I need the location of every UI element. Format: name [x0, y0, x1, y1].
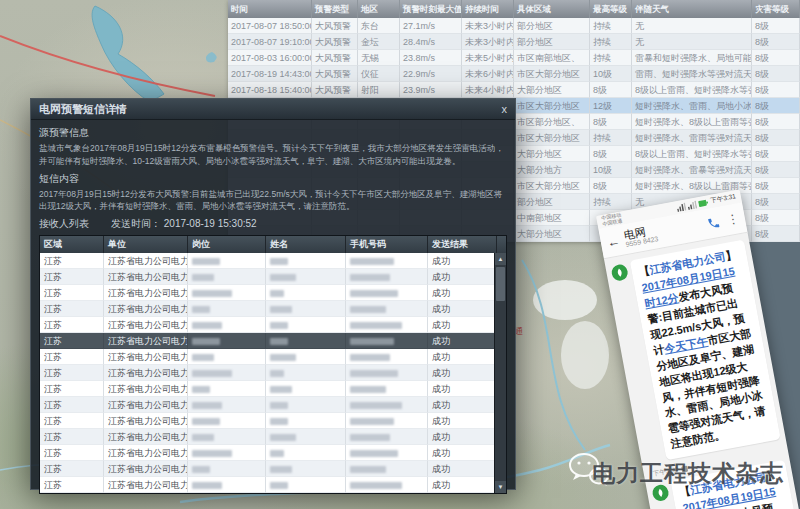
warning-cell: 中南部地区	[514, 210, 590, 226]
redacted-text	[192, 450, 232, 457]
sms-detail-dialog: 电网预警短信详情 x 源预警信息 盐城市气象台2017年08月19日15时12分…	[30, 98, 516, 490]
warning-cell: 大部分地方	[514, 162, 590, 178]
warning-cell: 市区大部分地区	[514, 98, 590, 114]
send-time: 发送时间： 2017-08-19 15:30:52	[111, 217, 257, 231]
recipient-row[interactable]: 江苏江苏省电力公司电力科成功	[40, 429, 506, 445]
recipient-row[interactable]: 江苏江苏省电力公司电力科成功	[40, 413, 506, 429]
recipients-table-body: 江苏江苏省电力公司电力科成功江苏江苏省电力公司电力科成功江苏江苏省电力公司电力科…	[40, 253, 506, 493]
redacted-text	[270, 402, 288, 409]
recipient-cell: 江苏省电力公司电力科	[104, 477, 188, 493]
warning-cell: 未来3小时内	[462, 34, 514, 50]
recipient-cell	[188, 461, 266, 477]
recipient-cell	[188, 285, 266, 301]
leaf-icon	[614, 267, 626, 279]
warning-cell: 持续	[590, 50, 632, 66]
redacted-text	[192, 482, 222, 489]
warning-cell: 射阳	[358, 82, 400, 98]
recipient-cell	[188, 477, 266, 493]
warning-table-row[interactable]: 2017-08-07 18:50:00大风预警东台27.1m/s未来3小时内部分…	[228, 18, 800, 34]
warning-cell: 8级	[752, 50, 800, 66]
scrollbar-thumb[interactable]	[496, 267, 505, 301]
recipient-cell	[188, 413, 266, 429]
recipient-row[interactable]: 江苏江苏省电力公司电力科成功	[40, 381, 506, 397]
warning-cell: 大风预警	[312, 18, 358, 34]
warning-cell: 持续	[590, 130, 632, 146]
warning-column-header: 预警类型	[312, 0, 358, 18]
recipient-row[interactable]: 江苏江苏省电力公司电力科成功	[40, 333, 506, 349]
scroll-down-icon[interactable]: ▼	[495, 481, 506, 493]
warning-cell: 大风预警	[312, 34, 358, 50]
recipient-row[interactable]: 江苏江苏省电力公司电力科成功	[40, 301, 506, 317]
recipient-cell: 成功	[428, 477, 497, 493]
recipient-cell: 江苏省电力公司电力科	[104, 445, 188, 461]
recipient-cell	[346, 381, 428, 397]
recipient-cell: 江苏	[40, 365, 104, 381]
recipient-cell: 江苏	[40, 349, 104, 365]
recipient-row[interactable]: 江苏江苏省电力公司电力科成功	[40, 317, 506, 333]
warning-cell: 大风预警	[312, 50, 358, 66]
warning-table-row[interactable]: 2017-08-18 15:40:00大风预警射阳23.9m/s未来4小时内大部…	[228, 82, 800, 98]
call-icon	[706, 215, 721, 230]
recipient-row[interactable]: 江苏江苏省电力公司电力科成功	[40, 397, 506, 413]
warning-cell: 27.1m/s	[400, 18, 462, 34]
recipient-row[interactable]: 江苏江苏省电力公司电力科成功	[40, 253, 506, 269]
recipient-cell	[188, 269, 266, 285]
menu-dots-icon: ⋮	[726, 211, 740, 227]
redacted-text	[270, 338, 288, 345]
recipient-cell: 成功	[428, 381, 497, 397]
recipient-cell: 江苏省电力公司电力科	[104, 365, 188, 381]
scroll-up-icon[interactable]: ▲	[495, 253, 506, 265]
warning-cell: 8级以上雷雨、短时强降水等强	[632, 146, 752, 162]
recipient-cell	[188, 397, 266, 413]
recipient-cell: 江苏省电力公司电力科	[104, 381, 188, 397]
warning-cell: 大部分地区	[514, 226, 590, 242]
send-time-label: 发送时间：	[111, 218, 161, 229]
recipient-row[interactable]: 江苏江苏省电力公司电力科成功	[40, 285, 506, 301]
dialog-body: 源预警信息 盐城市气象台2017年08月19日15时12分发布雷暴橙色预警信号。…	[31, 120, 515, 500]
recipient-row[interactable]: 江苏江苏省电力公司电力科成功	[40, 349, 506, 365]
recipient-cell	[346, 333, 428, 349]
redacted-text	[350, 322, 402, 329]
warning-cell: 22.9m/s	[400, 66, 462, 82]
recipient-row[interactable]: 江苏江苏省电力公司电力科成功	[40, 445, 506, 461]
warning-table-row[interactable]: 2017-08-03 16:00:00大风预警无锡23.8m/s未来5小时内市区…	[228, 50, 800, 66]
recipient-column-header: 姓名	[266, 236, 346, 253]
recipient-cell: 江苏	[40, 381, 104, 397]
warning-cell: 持续	[590, 194, 632, 210]
recipient-cell	[266, 445, 346, 461]
leaf-icon	[655, 487, 667, 499]
close-icon[interactable]: x	[502, 104, 508, 115]
recipient-cell	[266, 413, 346, 429]
redacted-text	[270, 450, 284, 457]
warning-cell: 8级	[752, 226, 800, 242]
warning-cell: 8级	[752, 18, 800, 34]
warning-cell: 12级	[590, 98, 632, 114]
recipient-cell: 成功	[428, 317, 497, 333]
dialog-titlebar: 电网预警短信详情 x	[31, 99, 515, 120]
lake-shape	[92, 6, 164, 102]
warning-table-row[interactable]: 2017-08-07 19:10:00大风预警金坛28.4m/s未来3小时内部分…	[228, 34, 800, 50]
redacted-text	[192, 418, 220, 425]
warning-cell: 8级	[752, 178, 800, 194]
recipient-cell	[266, 269, 346, 285]
recipient-cell: 江苏省电力公司电力科	[104, 349, 188, 365]
recipient-cell: 江苏	[40, 477, 104, 493]
recipient-cell	[346, 445, 428, 461]
warning-cell: 东台	[358, 18, 400, 34]
warning-cell: 2017-08-03 16:00:00	[228, 50, 312, 66]
redacted-text	[350, 306, 386, 313]
recipient-cell	[346, 349, 428, 365]
recipient-row[interactable]: 江苏江苏省电力公司电力科成功	[40, 269, 506, 285]
recipient-cell: 江苏省电力公司电力科	[104, 269, 188, 285]
recipient-row[interactable]: 江苏江苏省电力公司电力科成功	[40, 365, 506, 381]
recipient-cell	[188, 253, 266, 269]
recipient-row[interactable]: 江苏江苏省电力公司电力科成功	[40, 477, 506, 493]
redacted-text	[192, 306, 210, 313]
scrollbar[interactable]: ▲ ▼	[494, 253, 506, 493]
recipient-cell: 江苏	[40, 333, 104, 349]
recipient-row[interactable]: 江苏江苏省电力公司电力科成功	[40, 461, 506, 477]
recipient-cell	[266, 253, 346, 269]
warning-cell: 未来4小时内	[462, 82, 514, 98]
recipient-cell: 成功	[428, 253, 497, 269]
warning-table-row[interactable]: 2017-08-19 14:43:00大风预警仪征22.9m/s未来6小时内市区…	[228, 66, 800, 82]
